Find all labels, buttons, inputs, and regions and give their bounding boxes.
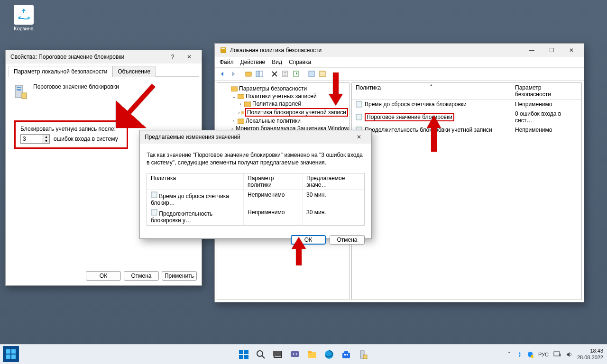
tab-explain[interactable]: Объяснение <box>112 66 156 77</box>
search-button[interactable] <box>254 348 267 361</box>
svg-rect-25 <box>11 355 16 359</box>
table-row[interactable]: Время до сброса счетчика блокир… Неприме… <box>147 190 364 208</box>
sugg-titlebar[interactable]: Предлагаемые изменения значений ✕ <box>140 130 371 144</box>
menu-file[interactable]: Файл <box>220 59 234 65</box>
lockout-value-input[interactable] <box>21 135 43 143</box>
svg-rect-42 <box>347 354 348 355</box>
lockout-value-spinbox[interactable]: ▲▼ <box>20 134 50 144</box>
sort-asc-icon: ▴ <box>430 82 432 87</box>
tree-password-policy[interactable]: ›Политика паролей <box>238 100 348 108</box>
close-button[interactable]: ✕ <box>180 51 199 63</box>
minimize-button[interactable]: — <box>522 45 541 56</box>
close-button[interactable]: ✕ <box>349 131 368 143</box>
table-row[interactable]: Продолжительность блокировки у… Непримен… <box>147 208 364 225</box>
cancel-button[interactable]: Отмена <box>330 235 365 245</box>
svg-rect-41 <box>344 354 346 355</box>
task-view-button[interactable] <box>271 348 285 361</box>
back-button[interactable] <box>218 69 227 79</box>
menu-view[interactable]: Вид <box>272 59 282 65</box>
maximize-button[interactable]: ☐ <box>542 45 561 56</box>
server-icon <box>14 83 28 100</box>
tray-language[interactable]: РУС <box>538 352 549 357</box>
svg-rect-10 <box>241 112 244 114</box>
apply-button[interactable]: Применить <box>162 271 197 281</box>
properties-button[interactable] <box>281 69 290 79</box>
svg-rect-19 <box>22 93 27 99</box>
svg-rect-32 <box>273 351 281 356</box>
tree-root[interactable]: Параметры безопасности <box>225 85 348 92</box>
network-icon[interactable] <box>553 351 561 358</box>
svg-rect-33 <box>291 351 299 357</box>
suggested-changes-dialog: Предлагаемые изменения значений ✕ Так ка… <box>139 130 372 239</box>
svg-point-35 <box>296 353 297 355</box>
col-param[interactable]: Параметр безопасности <box>511 83 581 99</box>
desktop-recycle-bin[interactable]: Корзина <box>9 5 38 31</box>
menu-help[interactable]: Справка <box>289 59 311 65</box>
tab-local-security[interactable]: Параметр локальной безопасности <box>9 66 112 77</box>
tray-clock[interactable]: 18:43 28.08.2022 <box>577 348 603 360</box>
svg-rect-23 <box>11 349 16 354</box>
policy-icon <box>356 101 362 108</box>
spin-down[interactable]: ▼ <box>43 139 49 143</box>
tree-lockout-policy[interactable]: ›Политика блокировки учетной записи <box>238 108 348 117</box>
ok-button[interactable]: ОК <box>291 235 326 245</box>
ok-button[interactable]: ОК <box>86 271 121 281</box>
th-policy[interactable]: Политика <box>147 173 244 190</box>
svg-rect-39 <box>342 353 350 358</box>
start-button[interactable] <box>237 348 250 361</box>
secpol-menubar: Файл Действие Вид Справка <box>215 57 584 68</box>
secpol-taskbar-icon[interactable] <box>357 348 370 361</box>
volume-icon[interactable] <box>566 351 572 358</box>
recycle-bin-icon <box>14 5 34 25</box>
context-help-button[interactable]: ? <box>166 51 179 63</box>
th-param[interactable]: Параметр политики <box>244 173 303 190</box>
delete-button[interactable] <box>270 69 279 79</box>
lockout-label: Блокировать учетную запись после: <box>20 126 122 132</box>
menu-action[interactable]: Действие <box>240 59 266 65</box>
props-titlebar[interactable]: Свойства: Пороговое значение блокировки … <box>6 50 202 64</box>
chat-button[interactable] <box>288 348 302 361</box>
policy-icon <box>356 114 362 120</box>
svg-rect-2 <box>259 71 263 77</box>
list-row-selected[interactable]: Пороговое значение блокировки 0 ошибок в… <box>352 109 581 125</box>
col-policy[interactable]: Политика▴ <box>352 83 511 99</box>
show-hide-tree-button[interactable] <box>255 69 264 79</box>
forward-button[interactable] <box>229 69 238 79</box>
th-suggested[interactable]: Предлагаемое значе… <box>303 173 364 190</box>
svg-rect-18 <box>17 89 21 91</box>
taskbar: ˄ РУС 18:43 28.08.2022 <box>0 344 607 364</box>
edge-button[interactable] <box>322 348 336 361</box>
svg-rect-8 <box>238 94 244 99</box>
policy-icon <box>151 209 157 216</box>
list-row[interactable]: Продолжительность блокировки учетной зап… <box>352 125 581 135</box>
list-header: Политика▴ Параметр безопасности <box>352 83 581 100</box>
bluetooth-icon[interactable] <box>515 351 522 358</box>
svg-rect-37 <box>308 351 312 353</box>
system-tray: ˄ РУС 18:43 28.08.2022 <box>508 348 603 360</box>
svg-rect-40 <box>344 351 348 353</box>
sugg-title: Предлагаемые изменения значений <box>145 134 240 140</box>
store-button[interactable] <box>340 348 353 361</box>
help-button[interactable] <box>318 69 327 79</box>
recycle-bin-label: Корзина <box>9 26 38 31</box>
props-title: Свойства: Пороговое значение блокировки <box>10 54 124 60</box>
svg-point-34 <box>293 353 294 355</box>
start-widgets-button[interactable] <box>3 346 19 362</box>
tray-chevron-icon[interactable]: ˄ <box>508 351 511 357</box>
tree-local-policies[interactable]: ›Локальные политики <box>231 117 348 125</box>
up-button[interactable] <box>244 69 253 79</box>
export-button[interactable] <box>292 69 301 79</box>
list-row[interactable]: Время до сброса счетчика блокировки Непр… <box>352 100 581 109</box>
refresh-button[interactable] <box>307 69 316 79</box>
tray-date: 28.08.2022 <box>577 355 603 361</box>
close-button[interactable]: ✕ <box>562 45 581 56</box>
svg-rect-28 <box>239 355 243 359</box>
tree-account-policies[interactable]: ⌄Политики учетных записей <box>231 92 348 100</box>
svg-rect-11 <box>238 119 244 124</box>
secpol-titlebar[interactable]: Локальная политика безопасности — ☐ ✕ <box>215 44 584 57</box>
security-shield-icon[interactable] <box>527 351 533 358</box>
spin-up[interactable]: ▲ <box>43 135 49 139</box>
tray-time: 18:43 <box>577 348 603 354</box>
cancel-button[interactable]: Отмена <box>124 271 159 281</box>
explorer-button[interactable] <box>305 348 319 361</box>
